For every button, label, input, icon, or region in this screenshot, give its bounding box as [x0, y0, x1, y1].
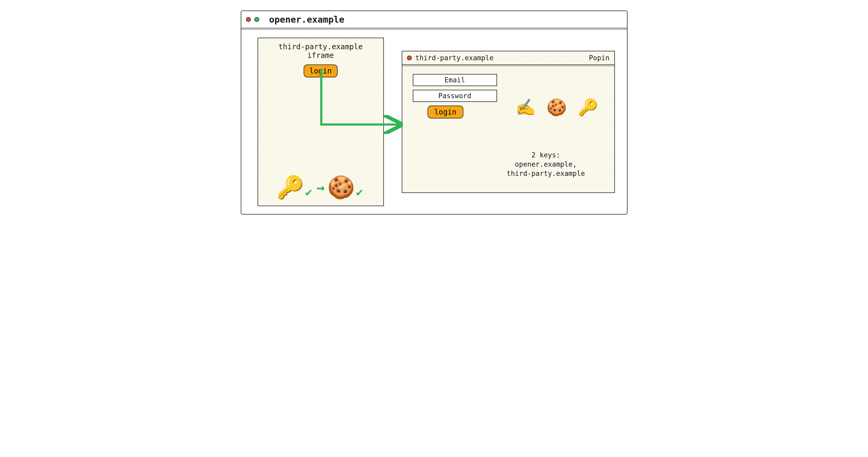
iframe-login-button[interactable]: login	[304, 64, 337, 78]
browser-title: opener.example	[269, 14, 345, 25]
browser-window: opener.example third-party.example ifram…	[241, 10, 627, 215]
popin-keys-text: 2 keys: opener.example, third-party.exam…	[493, 151, 598, 178]
popin-close-dot-icon[interactable]	[407, 56, 412, 60]
key-icon: 🔑	[277, 174, 304, 200]
cookie-icon: 🍪	[327, 174, 355, 200]
keys-heading: 2 keys:	[493, 151, 598, 160]
popin-title: third-party.example	[415, 54, 494, 62]
iframe-title: third-party.example iframe	[264, 42, 378, 60]
popin-body: Email Password login ✍️ 🍪 🔑 2 keys: open…	[402, 66, 614, 191]
iframe-cookie-access-row: 🔑 ✔ → 🍪 ✔	[258, 174, 383, 200]
password-field[interactable]: Password	[413, 90, 497, 102]
expand-dot-icon[interactable]	[254, 17, 259, 22]
popin-window: third-party.example Popin Email Password…	[402, 51, 615, 193]
popin-titlebar: third-party.example Popin	[402, 51, 614, 65]
close-dot-icon[interactable]	[246, 17, 251, 22]
arrow-right-icon: →	[316, 180, 325, 195]
email-field[interactable]: Email	[413, 74, 497, 86]
popin-badge: Popin	[589, 54, 609, 62]
writing-hand-icon: ✍️	[516, 98, 536, 117]
browser-content: third-party.example iframe login 🔑 ✔ → 🍪…	[241, 30, 627, 214]
iframe-panel: third-party.example iframe login 🔑 ✔ → 🍪…	[257, 38, 384, 206]
popin-login-button[interactable]: login	[428, 105, 463, 118]
check-icon: ✔	[305, 185, 312, 199]
popin-write-cookie-row: ✍️ 🍪 🔑	[516, 98, 598, 117]
cookie-icon: 🍪	[547, 98, 567, 117]
keys-line-1: opener.example,	[493, 160, 598, 169]
browser-titlebar: opener.example	[241, 11, 627, 28]
key-icon: 🔑	[578, 98, 598, 117]
check-icon: ✔	[356, 185, 363, 199]
keys-line-2: third-party.example	[493, 169, 598, 178]
